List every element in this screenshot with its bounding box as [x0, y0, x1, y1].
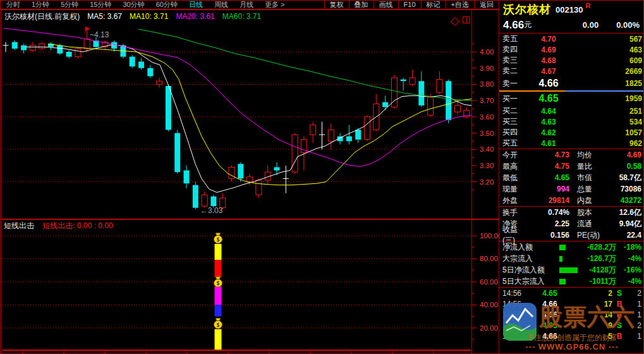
main-candlestick-chart[interactable]: ~4.13←3.034.003.903.803.703.603.503.403.…: [1, 1, 500, 219]
indicator-axis-label: 40.00: [480, 301, 498, 308]
moneyflow-bar: [559, 267, 578, 273]
price-axis-label: 3.40: [480, 145, 494, 153]
tick-side: S: [612, 321, 626, 330]
bid-label: 买五: [502, 138, 524, 149]
indicator-axis-label: 20.00: [480, 324, 498, 332]
stock-header: 沃尔核材 002130 R: [499, 1, 644, 17]
bid-row-买五[interactable]: 买五4.61962: [499, 138, 644, 149]
tick-count: 2: [626, 321, 641, 330]
diamond-icon[interactable]: [451, 17, 459, 26]
annotation-1: ←3.03: [200, 206, 223, 215]
moneyflow-label: 5日净流入额: [502, 265, 559, 276]
tick-qty: 5: [568, 332, 612, 341]
indicator-panel[interactable]: $$$100.0080.0060.0040.0020.00: [1, 219, 500, 354]
moneyflow-label: 净流入额: [502, 242, 559, 253]
stat-value: 4.73: [528, 150, 569, 159]
tick-trade-row-2[interactable]: 14:564.6614B1: [499, 309, 644, 320]
stat-value: 29814: [528, 196, 569, 205]
stock-code: 002130: [556, 5, 583, 15]
stat-value: 43272: [606, 196, 641, 205]
tick-trade-row-0[interactable]: 14:564.652S2: [499, 288, 644, 298]
bid-volume: 1959: [625, 94, 642, 103]
tick-trades-section: 14:564.652S214:564.6617B114:564.6614B114…: [499, 287, 644, 341]
fundamental-section: 换手0.74%股本12.6亿净资2.25流通9.94亿收益(三)0.156PE(…: [499, 206, 644, 241]
price-axis-label: 3.60: [480, 113, 494, 121]
ask-row-卖二[interactable]: 卖二4.672669: [499, 66, 644, 76]
moneyflow-label: 大宗流入: [502, 253, 559, 264]
stat-value: 12.6亿: [606, 207, 641, 218]
quote-panel: 沃尔核材 002130 R 4.66 元 0.00 0.00% 卖五4.7056…: [499, 1, 644, 354]
tick-trade-row-4[interactable]: 14:564.665B1: [499, 331, 644, 341]
price-axis-label: 3.70: [480, 97, 494, 104]
stat-label: 内盘: [569, 195, 606, 206]
tick-time: 14:56: [502, 289, 532, 298]
tick-time: 14:56: [502, 332, 532, 341]
margin-badge: R: [585, 2, 590, 9]
bid-price: 4.64: [524, 107, 573, 116]
ask-volume: 2669: [625, 67, 642, 76]
stock-name[interactable]: 沃尔核材: [503, 2, 551, 17]
moneyflow-label: 5日大宗流入: [502, 276, 559, 287]
moneyflow-row-0: 净流入额-628.2万-18%: [499, 241, 644, 253]
tick-side: B: [612, 332, 626, 341]
bid-volume: 1057: [625, 128, 642, 137]
tick-time: 14:56: [502, 300, 532, 308]
ask-row-卖四[interactable]: 卖四4.69463: [499, 44, 644, 55]
tick-trade-row-3[interactable]: 14:564.659S2: [499, 320, 644, 331]
tick-price: 4.65: [532, 321, 568, 330]
stat-value: 2.25: [528, 219, 569, 228]
ma-line-MA20: [4, 28, 471, 167]
ask-levels: 卖五4.70567卖四4.69463卖三4.68609卖二4.672669卖一4…: [499, 34, 644, 90]
indicator-name[interactable]: 短线出击: [4, 221, 34, 230]
tick-price: 4.66: [532, 300, 568, 308]
ask-row-卖三[interactable]: 卖三4.68609: [499, 55, 644, 66]
moneyflow-row-2: 5日净流入额-4128万-16%: [499, 264, 644, 276]
bid-row-买四[interactable]: 买四4.621057: [499, 127, 644, 138]
price-axis-label: 3.20: [480, 178, 494, 186]
bid-label: 买二: [502, 106, 524, 116]
tick-count: 1: [626, 310, 641, 319]
ask-volume: 567: [629, 35, 642, 44]
ma-label-1: MA10: 3.71: [130, 12, 168, 21]
bid-row-买二[interactable]: 买二4.64251: [499, 106, 644, 116]
stat-label: 股本: [569, 207, 606, 218]
stat-label: 市值: [569, 173, 606, 183]
bid-row-买一[interactable]: 买一4.651959: [499, 92, 644, 106]
ma-label-3: MA60: 3.71: [222, 12, 261, 21]
fundamentals-row-0: 换手0.74%股本12.6亿: [499, 207, 644, 218]
ask-row-卖五[interactable]: 卖五4.70567: [499, 34, 644, 44]
tick-count: 1: [626, 300, 641, 308]
tick-time: 14:56: [502, 310, 532, 319]
tick-qty: 14: [568, 310, 612, 319]
fundamentals-row-2: 收益(三)0.156PE(动)22.4: [499, 229, 644, 241]
stat-value: 9.94亿: [606, 219, 641, 229]
ask-volume: 609: [629, 56, 642, 65]
indicator-axis-label: 80.00: [480, 255, 498, 262]
annotation-0: ~4.13: [90, 30, 109, 39]
indicator-status: 短线出击: 0.00 : 0.00: [42, 221, 112, 230]
stat-value: 4.65: [528, 173, 569, 182]
moneyflow-value: -126.7万: [562, 253, 616, 264]
chart-header: 沃尔核材(日线.前复权)MA5: 3.67MA10: 3.71MA20: 3.6…: [4, 11, 269, 22]
ask-label: 卖四: [502, 44, 524, 55]
price-axis-label: 4.00: [480, 48, 494, 56]
ask-row-卖一[interactable]: 卖一4.661825: [499, 76, 644, 90]
ask-price: 4.69: [524, 46, 573, 54]
split-window-icon[interactable]: [463, 16, 470, 23]
bid-price: 4.63: [524, 118, 573, 126]
ask-price: 4.66: [524, 78, 573, 89]
moneyflow-pct: -4%: [616, 254, 641, 263]
chart-title-text: 沃尔核材(日线.前复权): [4, 12, 80, 21]
moneyflow-value: -628.2万: [566, 242, 616, 253]
bid-row-买三[interactable]: 买三4.63534: [499, 116, 644, 127]
stats-row-4: 外盘29814内盘43272: [499, 195, 644, 206]
tick-trade-row-1[interactable]: 14:564.6617B1: [499, 298, 644, 309]
tick-qty: 2: [568, 289, 612, 298]
ask-label: 卖一: [502, 78, 524, 89]
ma-line-MA10: [48, 44, 471, 185]
stat-label: 今开: [502, 150, 528, 161]
moneyflow-pct: -16%: [616, 266, 641, 274]
svg-text:$: $: [216, 322, 219, 328]
indicator-signal-bar: [215, 244, 222, 351]
svg-text:$: $: [216, 236, 219, 243]
